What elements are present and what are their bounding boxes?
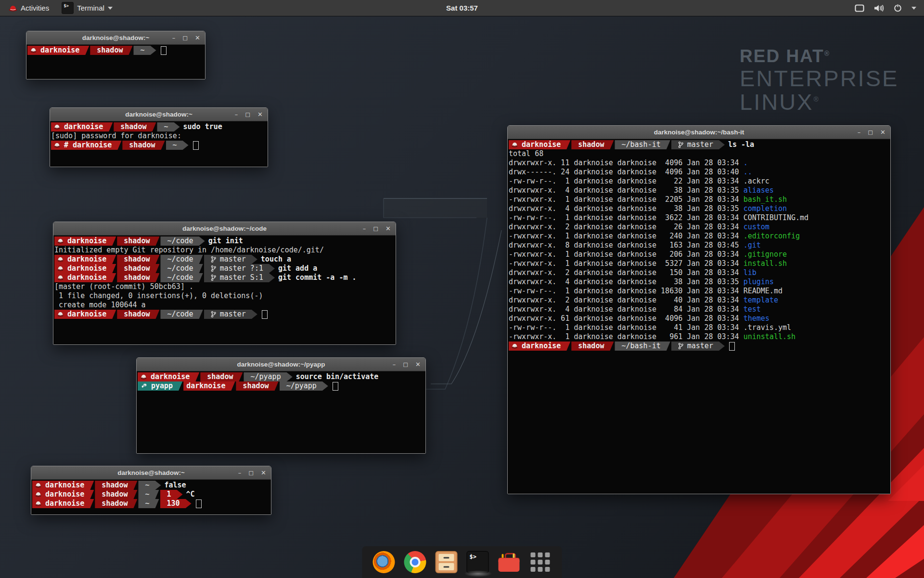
- rhel-wallpaper-logo: RED HAT® ENTERPRISE LINUX®: [740, 46, 898, 114]
- terminal-line: pyappdarknoiseshadow~/pyapp: [138, 381, 425, 391]
- terminal-cursor: [729, 342, 735, 351]
- maximize-button[interactable]: ◻: [868, 126, 873, 139]
- prompt-segment-user: darknoise: [54, 236, 116, 246]
- terminal-content[interactable]: darknoiseshadow~/bash-itmasterls -latota…: [508, 139, 890, 494]
- display-icon[interactable]: [855, 4, 864, 12]
- prompt-segment-user: darknoise: [183, 381, 235, 391]
- clock[interactable]: Sat 03:57: [446, 4, 478, 12]
- git-branch-icon: [211, 256, 216, 263]
- terminal-window-sudo[interactable]: darknoise@shadow:~ – ◻ ✕ darknoiseshadow…: [50, 107, 268, 167]
- terminal-content[interactable]: darknoiseshadow~sudo true[sudo] password…: [50, 121, 268, 167]
- terminal-line: drwxrwxr-x. 61 darknoise darknoise 4096 …: [509, 314, 890, 323]
- prompt-segment-user: darknoise: [51, 122, 113, 131]
- terminal-line: 1 file changed, 0 insertions(+), 0 delet…: [54, 291, 396, 301]
- maximize-button[interactable]: ◻: [373, 222, 378, 235]
- terminal-line: darknoiseshadow~/bash-itmaster: [509, 342, 890, 351]
- terminal-line: drwxrwxr-x. 4 darknoise darknoise 38 Jan…: [509, 204, 890, 213]
- terminal-line: darknoiseshadow~130: [32, 499, 271, 508]
- redhat-icon: [30, 48, 37, 53]
- terminal-content[interactable]: darknoiseshadow~falsedarknoiseshadow~1^C…: [31, 480, 271, 514]
- terminal-window-code[interactable]: darknoise@shadow:~/code – ◻ ✕ darknoises…: [53, 222, 396, 345]
- git-branch-icon: [211, 275, 216, 281]
- output-text: .git: [744, 241, 761, 250]
- output-text: -rwxrwxr-x. 1 darknoise darknoise 5327 J…: [509, 259, 744, 268]
- volume-icon[interactable]: [874, 4, 884, 12]
- prompt-segment-host: shadow: [114, 122, 156, 131]
- running-indicator: [464, 570, 492, 577]
- maximize-button[interactable]: ◻: [403, 358, 408, 371]
- command-text: false: [165, 481, 186, 490]
- files-icon[interactable]: [436, 551, 458, 573]
- prompt-segment-path: ~/code: [160, 310, 203, 319]
- window-titlebar[interactable]: darknoise@shadow:~ – ◻ ✕: [26, 31, 205, 45]
- brand-line-2: ENTERPRISE: [740, 66, 898, 90]
- output-text: plugins: [744, 277, 774, 287]
- window-titlebar[interactable]: darknoise@shadow:~ – ◻ ✕: [31, 466, 271, 480]
- activities-label: Activities: [21, 4, 49, 12]
- terminal-line: darknoiseshadow~/pyappsource bin/activat…: [138, 372, 425, 381]
- dock: $>: [362, 546, 562, 578]
- terminal-cursor: [196, 499, 202, 508]
- window-titlebar[interactable]: darknoise@shadow:~/pyapp – ◻ ✕: [137, 358, 425, 371]
- minimize-button[interactable]: –: [363, 222, 366, 235]
- window-titlebar[interactable]: darknoise@shadow:~/code – ◻ ✕: [53, 222, 396, 236]
- system-menu-caret-icon[interactable]: [911, 7, 916, 10]
- minimize-button[interactable]: –: [238, 466, 242, 479]
- chrome-icon[interactable]: [404, 551, 426, 573]
- terminal-content[interactable]: darknoiseshadow~/pyappsource bin/activat…: [137, 371, 425, 453]
- prompt-segment-user: darknoise: [54, 273, 116, 282]
- output-text: custom: [744, 223, 770, 232]
- terminal-content[interactable]: darknoiseshadow~: [26, 45, 205, 79]
- output-text: [master (root-commit) 50bcb63] .: [54, 282, 193, 291]
- power-icon[interactable]: [894, 4, 902, 12]
- terminal-line: darknoiseshadow~: [27, 46, 205, 55]
- firefox-icon[interactable]: [373, 551, 395, 573]
- minimize-button[interactable]: –: [172, 31, 176, 44]
- output-text: .gitignore: [744, 250, 787, 259]
- output-text: uninstall.sh: [744, 332, 796, 342]
- prompt-segment-host: shadow: [122, 141, 165, 150]
- terminal-window-pyapp[interactable]: darknoise@shadow:~/pyapp – ◻ ✕ darknoise…: [136, 357, 426, 454]
- output-text: -rwxrwxr-x. 1 darknoise darknoise 206 Ja…: [509, 250, 744, 259]
- close-button[interactable]: ✕: [257, 108, 263, 121]
- terminal-line: drwxrwxr-x. 4 darknoise darknoise 84 Jan…: [509, 305, 890, 314]
- output-text: drwxrwxr-x. 61 darknoise darknoise 4096 …: [509, 314, 744, 323]
- app-menu-terminal[interactable]: $> Terminal: [58, 0, 116, 16]
- command-text: touch a: [261, 255, 291, 264]
- maximize-button[interactable]: ◻: [248, 466, 254, 479]
- prompt-segment-user: darknoise: [54, 264, 116, 273]
- terminal-window-bash-it[interactable]: darknoise@shadow:~/bash-it – ◻ ✕ darknoi…: [507, 125, 891, 494]
- window-titlebar[interactable]: darknoise@shadow:~/bash-it – ◻ ✕: [508, 126, 890, 139]
- terminal-line: drwx------. 24 darknoise darknoise 4096 …: [509, 168, 890, 177]
- terminal-window-home-2[interactable]: darknoise@shadow:~ – ◻ ✕ darknoiseshadow…: [31, 466, 271, 515]
- window-titlebar[interactable]: darknoise@shadow:~ – ◻ ✕: [50, 108, 268, 121]
- prompt-segment-host: shadow: [117, 264, 159, 273]
- terminal-line: darknoiseshadow~sudo true: [51, 122, 268, 131]
- minimize-button[interactable]: –: [858, 126, 861, 139]
- output-text: -rwxrwxr-x. 1 darknoise darknoise 961 Ja…: [509, 332, 744, 342]
- close-button[interactable]: ✕: [385, 222, 391, 235]
- git-branch-icon: [678, 343, 683, 349]
- activities-button[interactable]: Activities: [5, 0, 53, 16]
- prompt-segment-path: ~/pyapp: [280, 381, 328, 391]
- toolbox-icon[interactable]: [498, 551, 520, 573]
- close-button[interactable]: ✕: [880, 126, 886, 139]
- terminal-line: darknoiseshadow~/codegit init: [54, 236, 396, 246]
- maximize-button[interactable]: ◻: [245, 108, 250, 121]
- minimize-button[interactable]: –: [235, 108, 238, 121]
- terminal-line: darknoiseshadow~false: [32, 481, 271, 490]
- prompt-segment-exit: 130: [160, 499, 192, 508]
- output-text: total 68: [509, 149, 543, 158]
- app-grid-icon[interactable]: [529, 551, 552, 573]
- close-button[interactable]: ✕: [415, 358, 421, 371]
- terminal-content[interactable]: darknoiseshadow~/codegit initInitialized…: [53, 236, 396, 344]
- terminal-window-home-1[interactable]: darknoise@shadow:~ – ◻ ✕ darknoiseshadow…: [26, 31, 205, 79]
- prompt-segment-path: ~/bash-it: [615, 342, 670, 351]
- command-text: sudo true: [183, 122, 222, 131]
- minimize-button[interactable]: –: [393, 358, 396, 371]
- maximize-button[interactable]: ◻: [182, 31, 188, 44]
- close-button[interactable]: ✕: [195, 31, 200, 44]
- terminal-icon[interactable]: $>: [467, 551, 489, 573]
- terminal-line: [master (root-commit) 50bcb63] .: [54, 282, 396, 291]
- close-button[interactable]: ✕: [261, 466, 266, 479]
